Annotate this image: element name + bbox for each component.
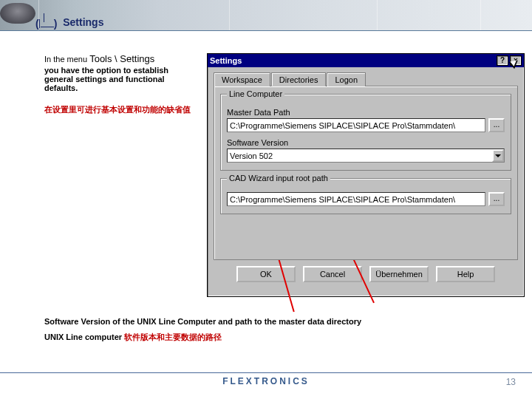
software-version-label: Software Version bbox=[227, 138, 505, 147]
tab-panel: Line Computer Master Data Path ... Softw… bbox=[214, 86, 518, 260]
intro-menu-path: Tools \ Settings bbox=[89, 53, 154, 64]
browse-button[interactable]: ... bbox=[488, 118, 505, 132]
dialog-title: Settings bbox=[210, 56, 495, 65]
group-label-line-computer: Line Computer bbox=[227, 89, 284, 98]
footer: FLEXTRONICS bbox=[0, 372, 532, 389]
page-title: () Settings bbox=[35, 16, 103, 28]
bottom-line1: Software Version of the UNIX Line Comput… bbox=[44, 317, 361, 326]
help-icon[interactable]: ? bbox=[497, 55, 508, 66]
title-glyph: () bbox=[35, 18, 57, 30]
intro-body: you have the option to establish general… bbox=[44, 66, 168, 92]
tab-directories[interactable]: Directories bbox=[271, 72, 327, 86]
chevron-down-icon[interactable] bbox=[492, 149, 504, 162]
dialog-button-row: OK Cancel Übernehmen Help bbox=[208, 266, 524, 282]
slide-header: () Settings bbox=[0, 0, 532, 33]
group-line-computer: Line Computer Master Data Path ... Softw… bbox=[220, 94, 511, 171]
cad-root-path-input[interactable] bbox=[227, 192, 485, 206]
ok-button[interactable]: OK bbox=[236, 266, 296, 282]
cancel-button[interactable]: Cancel bbox=[303, 266, 362, 282]
header-decorative-image bbox=[0, 3, 35, 24]
apply-button[interactable]: Übernehmen bbox=[369, 266, 429, 282]
page-title-text: Settings bbox=[63, 16, 103, 28]
group-cad-wizard: CAD Wizard input root path ... bbox=[220, 178, 511, 214]
intro-red-line: 在设置里可进行基本设置和功能的缺省值 bbox=[44, 104, 200, 115]
tab-logon[interactable]: Logon bbox=[327, 72, 366, 86]
group-label-cad: CAD Wizard input root path bbox=[227, 174, 330, 183]
help-button[interactable]: Help bbox=[436, 266, 495, 282]
bottom-caption: Software Version of the UNIX Line Comput… bbox=[44, 317, 488, 343]
intro-block: In the menu Tools \ Settings you have th… bbox=[44, 53, 200, 115]
settings-dialog: Settings ? × Workspace Directories Logon… bbox=[207, 53, 525, 297]
bottom-line2-pre: UNIX Line computer bbox=[44, 332, 124, 341]
master-data-path-label: Master Data Path bbox=[227, 108, 505, 117]
browse-button-cad[interactable]: ... bbox=[488, 192, 505, 206]
software-version-select[interactable] bbox=[227, 149, 505, 163]
bottom-line2-red: 软件版本和主要数据的路径 bbox=[124, 332, 222, 341]
dialog-titlebar: Settings ? × bbox=[208, 54, 524, 67]
page-number: 13 bbox=[506, 377, 516, 387]
tab-workspace[interactable]: Workspace bbox=[214, 72, 270, 86]
master-data-path-input[interactable] bbox=[227, 118, 485, 132]
footer-logo: FLEXTRONICS bbox=[222, 376, 310, 386]
tabs-row: Workspace Directories Logon bbox=[214, 72, 518, 86]
intro-prefix: In the menu bbox=[44, 55, 89, 64]
